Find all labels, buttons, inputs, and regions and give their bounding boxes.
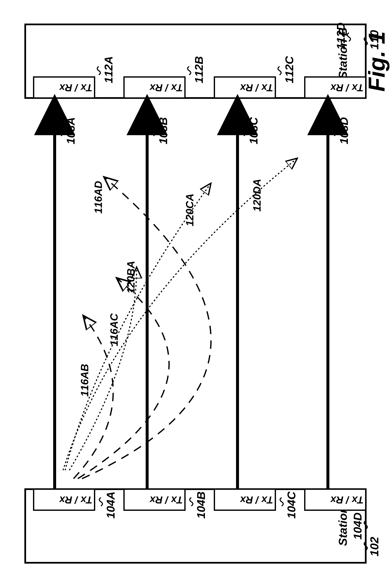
figure-1-diagram: Station A 102 Station B 110 Tx / Rx 104A… <box>0 0 392 588</box>
figure-label: Fig. 1 <box>364 31 390 92</box>
txrx-112a-label: Tx / Rx <box>59 82 92 93</box>
ref-108d: 108D <box>338 117 350 144</box>
txrx-104b-label: Tx / Rx <box>149 494 183 505</box>
ref-116ac: 116AC <box>108 313 120 346</box>
txrx-104a-label: Tx / Rx <box>59 494 92 505</box>
ref-104b: 104B <box>195 491 207 519</box>
ref-108a: 108A <box>64 117 77 144</box>
ref-120ba: 120BA <box>125 261 137 294</box>
txrx-104d-label: Tx / Rx <box>330 494 364 505</box>
ref-116ab: 116AB <box>79 364 90 397</box>
ref-120da: 120DA <box>251 179 263 212</box>
ref-116ad: 116AD <box>92 181 104 214</box>
ref-120ca: 120CA <box>184 194 196 226</box>
ref-108c: 108C <box>247 117 260 144</box>
ref-104c: 104C <box>285 491 298 519</box>
ref-112c: 112C <box>283 56 296 83</box>
txrx-104c-label: Tx / Rx <box>240 494 273 505</box>
ref-112b: 112B <box>192 56 205 83</box>
ref-112a: 112A <box>102 56 115 83</box>
ref-112d: 112D <box>334 23 347 50</box>
xt-116ac <box>78 279 169 479</box>
txrx-112b-label: Tx / Rx <box>149 82 183 93</box>
ref-108b: 108B <box>157 117 170 144</box>
txrx-112c-label: Tx / Rx <box>240 82 273 93</box>
ref-104d: 104D <box>351 512 364 540</box>
txrx-112d-label: Tx / Rx <box>330 82 364 93</box>
station-a-ref: 102 <box>368 537 381 556</box>
xt-116ab <box>74 317 113 479</box>
xt-120ca <box>65 184 210 470</box>
ref-104a: 104A <box>104 491 117 519</box>
